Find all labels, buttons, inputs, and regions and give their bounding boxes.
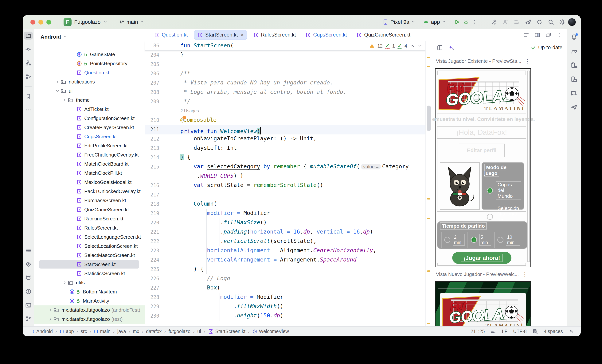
inspection-icon[interactable] (24, 260, 33, 268)
breadcrumb-item-startscreen-kt[interactable]: StartScreen.kt (208, 329, 245, 334)
prev-problem-icon[interactable] (410, 43, 415, 48)
preview-title-new-player[interactable]: Vista Nuevo Jugador - PreviewWelc... ⋮ (432, 267, 567, 281)
breadcrumb-item-welcomeview[interactable]: WelcomeView (252, 329, 289, 334)
code-line[interactable]: 217 (145, 190, 425, 200)
split-editor-icon[interactable] (534, 32, 540, 38)
plane-icon[interactable] (570, 104, 578, 111)
todo-list-icon[interactable] (24, 247, 33, 254)
bookmarks-icon[interactable] (24, 92, 33, 100)
problems-icon[interactable] (24, 288, 33, 296)
radio-selected-icon[interactable] (471, 237, 477, 243)
code-line[interactable]: 221 .padding(horizontal = 16.dp, vertica… (145, 228, 425, 237)
chevron-right-icon[interactable] (55, 80, 60, 84)
tree-item-utils[interactable]: utils (34, 278, 145, 287)
code-line[interactable]: 211private fun WelcomeView( (145, 125, 425, 135)
gradle-elephant-icon[interactable] (570, 47, 578, 55)
code-line[interactable]: 210@Composable (145, 116, 425, 125)
code-line[interactable]: 229 .fillMaxWidth() (145, 302, 425, 312)
tab-rulesscreen-kt[interactable]: RulesScreen.kt (250, 30, 299, 40)
tree-item-notifications[interactable]: notifications (34, 77, 145, 86)
code-line[interactable]: 216 val scrollState = rememberScrollStat… (145, 181, 425, 190)
code-lines[interactable]: 204}205206/**207 * Vista para cuando NO … (145, 51, 425, 326)
code-line[interactable]: 226 // Logo (145, 274, 425, 283)
menu-lines-icon[interactable] (523, 32, 529, 38)
search-icon[interactable] (548, 19, 554, 25)
game-mode-option[interactable]: Copas del Mundo (484, 181, 521, 200)
breadcrumb-item-android[interactable]: Android (30, 329, 53, 334)
commit-icon[interactable] (24, 45, 33, 53)
minimize-window-button[interactable] (38, 20, 43, 24)
code-line[interactable]: 225 ) { (145, 265, 425, 274)
more-icon[interactable] (24, 106, 33, 114)
tree-item-mx-datafox-futgoolazo[interactable]: mx.datafox.futgoolazo(test) (34, 314, 145, 324)
tree-item-mx-datafox-futgoolazo[interactable]: mx.datafox.futgoolazo(androidTest) (34, 305, 145, 314)
ai-rename-icon[interactable] (502, 19, 508, 25)
tree-item-question-kt[interactable]: Question.kt (34, 68, 145, 77)
indent-size[interactable]: 4 spaces (544, 329, 563, 334)
breadcrumb-item-java[interactable]: java (117, 329, 126, 334)
close-icon[interactable]: × (241, 32, 244, 38)
running-devices-icon[interactable] (570, 75, 578, 83)
float-window-icon[interactable] (545, 32, 551, 38)
tree-item-mexicogoalsmodal-kt[interactable]: MexicoGoalsModal.kt (34, 178, 145, 187)
code-line[interactable]: 2 Usages (145, 106, 425, 116)
inspections-widget[interactable]: 12 ✓ 1 ✓ 4 (369, 41, 422, 51)
code-line[interactable]: 207 * Vista para cuando NO hay un jugado… (145, 79, 425, 88)
tree-item-matchclockboard-kt[interactable]: MatchClockBoard.kt (34, 159, 145, 168)
tree-item-selectlocationscreen-kt[interactable]: SelectLocationScreen.kt (34, 241, 145, 251)
gemini-chat-icon[interactable] (570, 89, 578, 97)
logcat-cat-icon[interactable] (24, 274, 33, 282)
debug-button[interactable] (463, 19, 469, 25)
view-mode-icon[interactable] (437, 44, 443, 51)
code-editor[interactable]: 86 fun StartScreen( 12 ✓ 1 ✓ 4 (145, 41, 432, 326)
project-view-selector[interactable]: Android (34, 29, 145, 40)
run-config-selector[interactable]: app (423, 19, 446, 25)
avatar[interactable] (568, 18, 576, 26)
terminal-icon[interactable] (24, 301, 33, 309)
indent-ai-icon[interactable] (491, 329, 496, 334)
preview-canvas-existing-player[interactable]: Fut GOOLAZ TLAMATINI Demuestra tu nivel.… (435, 68, 531, 268)
preview-title-existing-player[interactable]: Vista Jugador Existente - PreviewSta... … (432, 54, 567, 68)
vcs-graph-icon[interactable] (24, 73, 33, 81)
code-line[interactable]: .WORLD_CUPS) } (145, 172, 425, 181)
tree-item-rulesscreen-kt[interactable]: RulesScreen.kt (34, 223, 145, 232)
code-line[interactable]: 205 (145, 60, 425, 69)
radio-icon[interactable] (444, 237, 450, 243)
tree-item-pack1unlockedoverlay-kt[interactable]: Pack1UnlockedOverlay.kt (34, 187, 145, 196)
editor-scrollbar[interactable] (425, 41, 432, 326)
chevron-right-icon[interactable] (47, 308, 53, 312)
code-line[interactable]: 209 */ (145, 97, 425, 106)
code-line[interactable]: 214) { (145, 153, 425, 162)
device-manager-icon[interactable] (570, 61, 578, 69)
usages-hint[interactable]: 2 Usages (180, 108, 199, 114)
tree-item-adticket-kt[interactable]: AdTicket.kt (34, 104, 145, 114)
tab-quizgamescreen-kt[interactable]: QuizGameScreen.kt (353, 30, 414, 40)
tree-item-ui[interactable]: ui (34, 86, 145, 95)
tree-item-mainactivity[interactable]: MainActivity (34, 296, 145, 305)
more-run-options-icon[interactable] (472, 19, 478, 25)
project-folder-icon[interactable] (24, 31, 33, 40)
vcs-branch-selector[interactable]: main (119, 19, 144, 25)
unlock-icon[interactable] (569, 329, 573, 334)
chevron-down-icon[interactable] (55, 89, 60, 93)
tree-item-createplayerscreen-kt[interactable]: CreatePlayerScreen.kt (34, 123, 145, 132)
radio-icon[interactable] (487, 214, 493, 220)
code-line[interactable]: 220 .fillMaxSize() (145, 218, 425, 228)
notifications-bell-icon[interactable] (570, 33, 578, 41)
tree-item-startscreen-kt[interactable]: StartScreen.kt (34, 260, 145, 269)
breadcrumb-item-mx[interactable]: mx (133, 329, 139, 334)
git-branch-icon[interactable] (24, 315, 33, 323)
code-line[interactable]: 212 onNavigateToCreatePlayer: () -> Unit… (145, 135, 425, 144)
code-line[interactable]: 206/** (145, 69, 425, 79)
tree-item-quizgamescreen-kt[interactable]: QuizGameScreen.kt (34, 205, 145, 214)
breadcrumb-item-src[interactable]: src (81, 329, 87, 334)
match-time-option[interactable]: 5 min (468, 232, 494, 248)
tree-item-selectlenguagescreen-kt[interactable]: SelectLenguageScreen.kt (34, 232, 145, 241)
code-line[interactable]: 218 Column( (145, 200, 425, 209)
tree-item-selectmascotscreen-kt[interactable]: SelectMascotScreen.kt (34, 251, 145, 260)
project-selector[interactable]: F Futgoolazo (64, 18, 108, 26)
tree-item-configurationscreen-kt[interactable]: ConfigurationScreen.kt (34, 114, 145, 123)
code-line[interactable]: 219 modifier = Modifier (145, 209, 425, 218)
tree-item-purchasescreen-kt[interactable]: PurchaseScreen.kt (34, 196, 145, 205)
tree-item-matchclockpill-kt[interactable]: MatchClockPill.kt (34, 168, 145, 178)
